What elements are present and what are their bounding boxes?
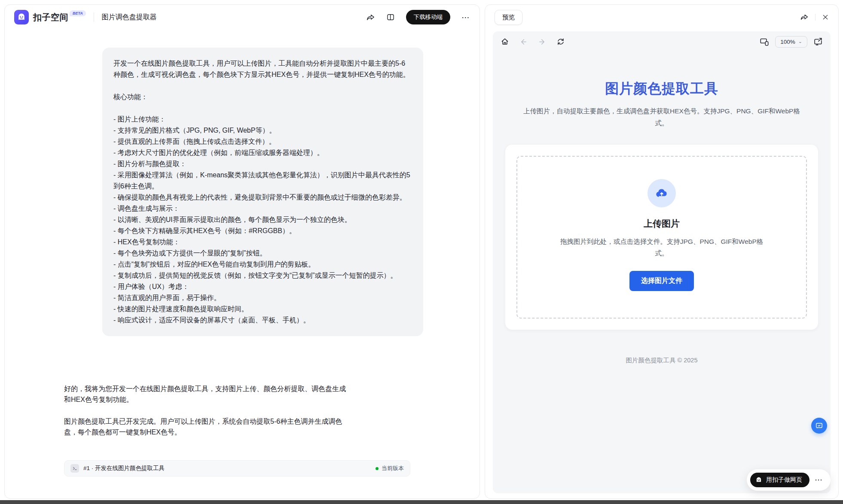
chat-bubble-icon [815, 422, 823, 430]
prompt-intro: 开发一个在线图片颜色提取工具，用户可以上传图片，工具能自动分析并提取图片中最主要… [113, 58, 412, 80]
document-title: 图片调色盘提取器 [102, 13, 157, 22]
cloud-upload-icon [655, 186, 669, 200]
open-in-new-window-icon [813, 37, 823, 46]
make-page-button[interactable]: 用扣子做网页 [750, 473, 809, 487]
preview-browser: 100% ⌄ 图片颜色提取工具 上传图片，自动提取主要颜色 [493, 31, 831, 493]
arrow-left-icon [519, 38, 528, 46]
version-bar[interactable]: #1 · 开发在线图片颜色提取工具 当前版本 [64, 460, 410, 477]
feedback-chat-button[interactable] [811, 418, 827, 434]
page-title: 图片颜色提取工具 [493, 79, 831, 98]
assistant-reply: 好的，我将为您开发一个在线图片颜色提取工具，支持图片上传、颜色分析提取、调色盘生… [64, 383, 348, 437]
ghost-icon [16, 12, 27, 22]
header-divider [815, 14, 816, 21]
page-subtitle: 上传图片，自动提取主要颜色，生成调色盘并获取HEX色号。支持JPG、PNG、GI… [520, 105, 803, 129]
prompt-item: - 每个色块下方精确显示其HEX色号（例如：#RRGGBB）。 [113, 225, 412, 237]
refresh-button[interactable] [556, 37, 565, 46]
share-icon [800, 13, 809, 21]
preview-share-button[interactable] [800, 13, 809, 21]
share-button[interactable] [366, 13, 375, 22]
prompt-item: - 图片上传功能： [113, 114, 412, 125]
preview-toolbar: 100% ⌄ [493, 31, 831, 52]
preview-close-button[interactable] [822, 14, 829, 21]
header-divider [94, 12, 94, 22]
window-bottom-edge [0, 500, 843, 504]
chat-panel: 扣子空间 BETA 图片调色盘提取器 下载移动端 ⋯ 开发一个在线图片颜色提取工… [4, 4, 480, 499]
prompt-item-list: - 图片上传功能：- 支持常见的图片格式（JPG, PNG, GIF, WebP… [113, 114, 412, 326]
more-menu-button[interactable]: ⋯ [461, 12, 470, 22]
upload-dropzone[interactable]: 上传图片 拖拽图片到此处，或点击选择文件。支持JPG、PNG、GIF和WebP格… [516, 156, 807, 319]
refresh-icon [556, 37, 565, 46]
prompt-item: - 提供直观的上传界面（拖拽上传或点击选择文件）。 [113, 136, 412, 147]
home-button[interactable] [501, 37, 509, 46]
ghost-icon [755, 476, 763, 484]
split-view-icon [386, 13, 395, 21]
preview-panel-header: 预览 [485, 5, 838, 30]
current-version-text: 当前版本 [382, 465, 404, 472]
home-icon [501, 37, 509, 46]
download-mobile-button[interactable]: 下载移动端 [406, 10, 451, 24]
upload-hint: 拖拽图片到此处，或点击选择文件。支持JPG、PNG、GIF和WebP格式。 [559, 236, 764, 259]
prompt-item: - 每个色块旁边或下方提供一个显眼的“复制”按钮。 [113, 248, 412, 259]
prompt-item: - 调色盘生成与展示： [113, 203, 412, 214]
prompt-item: - HEX色号复制功能： [113, 237, 412, 248]
back-button[interactable] [519, 38, 528, 46]
prompt-item: - 快速的图片处理速度和颜色提取响应时间。 [113, 304, 412, 315]
make-page-label: 用扣子做网页 [766, 476, 802, 484]
version-label: #1 · 开发在线图片颜色提取工具 [83, 465, 165, 472]
app-window: 扣子空间 BETA 图片调色盘提取器 下载移动端 ⋯ 开发一个在线图片颜色提取工… [0, 0, 843, 504]
widget-more-button[interactable]: ⋯ [810, 475, 827, 485]
responsive-device-icon [760, 37, 769, 46]
upload-icon-circle [648, 179, 676, 207]
forward-button[interactable] [538, 38, 546, 46]
preview-tab[interactable]: 预览 [495, 10, 522, 25]
preview-panel: 预览 [485, 4, 839, 499]
prompt-item: - 以清晰、美观的UI界面展示提取出的颜色，每个颜色显示为一个独立的色块。 [113, 214, 412, 225]
prompt-item: - 确保提取的颜色具有视觉上的代表性，避免提取到背景中不重要的颜色或过于细微的色… [113, 192, 412, 203]
user-prompt-message: 开发一个在线图片颜色提取工具，用户可以上传图片，工具能自动分析并提取图片中最主要… [102, 48, 423, 336]
preview-page: 图片颜色提取工具 上传图片，自动提取主要颜色，生成调色盘并获取HEX色号。支持J… [493, 79, 831, 364]
layout-toggle-button[interactable] [386, 13, 395, 21]
reply-paragraph: 好的，我将为您开发一个在线图片颜色提取工具，支持图片上传、颜色分析提取、调色盘生… [64, 383, 348, 405]
coze-logo[interactable] [14, 10, 29, 24]
upload-heading: 上传图片 [530, 218, 793, 230]
upload-card: 上传图片 拖拽图片到此处，或点击选择文件。支持JPG、PNG、GIF和WebP格… [505, 145, 818, 330]
prompt-item: - 简洁直观的用户界面，易于操作。 [113, 292, 412, 304]
close-icon [822, 14, 829, 21]
prompt-item: - 支持常见的图片格式（JPG, PNG, GIF, WebP等）。 [113, 125, 412, 136]
prompt-item: - 点击“复制”按钮后，对应的HEX色号能自动复制到用户的剪贴板。 [113, 259, 412, 270]
arrow-right-icon [538, 38, 546, 46]
prompt-item: - 用户体验（UX）考虑： [113, 281, 412, 292]
choose-file-button[interactable]: 选择图片文件 [629, 271, 694, 291]
open-external-button[interactable] [813, 37, 823, 46]
chat-panel-header: 扣子空间 BETA 图片调色盘提取器 下载移动端 ⋯ [5, 5, 480, 30]
chevron-down-icon: ⌄ [798, 39, 802, 44]
reply-paragraph: 图片颜色提取工具已开发完成。用户可以上传图片，系统会自动提取5-6种主色调并生成… [64, 416, 348, 437]
prompt-item: - 考虑对大尺寸图片的优化处理（例如，前端压缩或服务器端处理）。 [113, 147, 412, 158]
page-footer: 图片颜色提取工具 © 2025 [493, 356, 831, 364]
current-version-dot [376, 467, 379, 470]
prompt-item: - 复制成功后，提供简短的视觉反馈（例如，按钮文字变为“已复制”或显示一个短暂的… [113, 270, 412, 281]
zoom-level: 100% [780, 39, 795, 45]
device-toggle-button[interactable] [760, 37, 769, 46]
share-icon [366, 13, 375, 22]
prompt-item: - 图片分析与颜色提取： [113, 158, 412, 170]
brand-name: 扣子空间 [33, 12, 68, 23]
prompt-item: - 响应式设计，适应不同设备的屏幕尺寸（桌面、平板、手机）。 [113, 315, 412, 326]
terminal-icon [70, 464, 79, 473]
beta-badge: BETA [70, 10, 86, 16]
zoom-select[interactable]: 100% ⌄ [775, 36, 807, 48]
prompt-section-label: 核心功能： [113, 91, 412, 103]
prompt-item: - 采用图像处理算法（例如，K-means聚类算法或其他色彩量化算法），识别图片… [113, 170, 412, 192]
made-with-coze-widget: 用扣子做网页 ⋯ [747, 469, 831, 491]
